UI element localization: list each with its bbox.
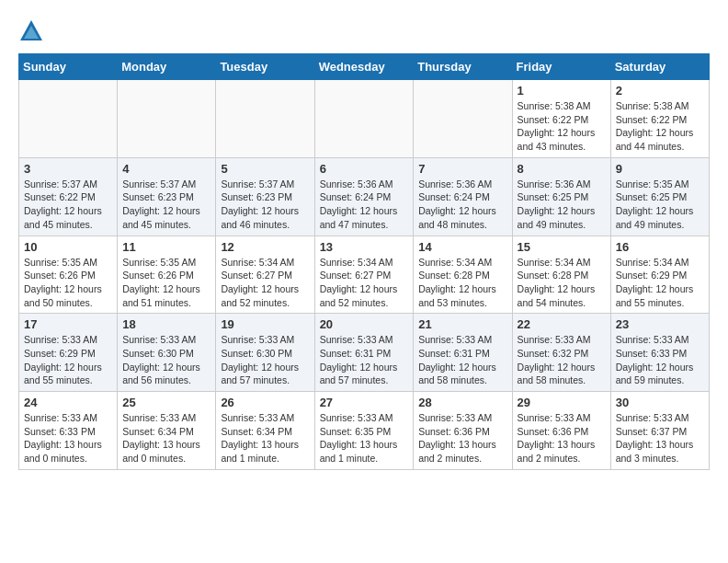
day-info: Sunrise: 5:35 AM Sunset: 6:26 PM Dayligh… [122, 256, 210, 310]
day-number: 3 [24, 162, 112, 176]
day-info: Sunrise: 5:34 AM Sunset: 6:27 PM Dayligh… [320, 256, 409, 310]
calendar-day: 17Sunrise: 5:33 AM Sunset: 6:29 PM Dayli… [19, 314, 118, 392]
calendar-week-1: 1Sunrise: 5:38 AM Sunset: 6:22 PM Daylig… [19, 80, 710, 158]
calendar-week-4: 17Sunrise: 5:33 AM Sunset: 6:29 PM Dayli… [19, 314, 710, 392]
day-number: 9 [616, 162, 704, 176]
day-number: 10 [24, 240, 112, 254]
calendar-day [216, 80, 314, 158]
calendar-day: 5Sunrise: 5:37 AM Sunset: 6:23 PM Daylig… [216, 157, 314, 236]
day-number: 25 [122, 396, 210, 409]
page-header [18, 18, 710, 44]
calendar-day [19, 80, 118, 158]
day-number: 26 [221, 396, 309, 409]
day-number: 18 [122, 317, 210, 331]
calendar-day: 10Sunrise: 5:35 AM Sunset: 6:26 PM Dayli… [19, 236, 118, 314]
calendar-table: SundayMondayTuesdayWednesdayThursdayFrid… [18, 53, 710, 470]
day-info: Sunrise: 5:34 AM Sunset: 6:28 PM Dayligh… [418, 256, 506, 310]
calendar-day: 24Sunrise: 5:33 AM Sunset: 6:33 PM Dayli… [19, 392, 118, 470]
day-info: Sunrise: 5:33 AM Sunset: 6:30 PM Dayligh… [221, 333, 309, 387]
day-number: 7 [418, 162, 506, 176]
calendar-day: 29Sunrise: 5:33 AM Sunset: 6:36 PM Dayli… [512, 392, 610, 470]
day-info: Sunrise: 5:36 AM Sunset: 6:24 PM Dayligh… [320, 178, 409, 232]
logo [18, 18, 48, 44]
day-number: 16 [616, 240, 704, 254]
calendar-day: 14Sunrise: 5:34 AM Sunset: 6:28 PM Dayli… [414, 236, 512, 314]
calendar-day: 28Sunrise: 5:33 AM Sunset: 6:36 PM Dayli… [414, 392, 512, 470]
day-info: Sunrise: 5:33 AM Sunset: 6:36 PM Dayligh… [418, 411, 506, 465]
day-info: Sunrise: 5:38 AM Sunset: 6:22 PM Dayligh… [616, 99, 704, 154]
calendar-day: 30Sunrise: 5:33 AM Sunset: 6:37 PM Dayli… [610, 392, 709, 470]
day-number: 8 [518, 162, 606, 176]
calendar-day: 7Sunrise: 5:36 AM Sunset: 6:24 PM Daylig… [414, 157, 512, 236]
day-info: Sunrise: 5:33 AM Sunset: 6:32 PM Dayligh… [518, 333, 606, 387]
calendar-day: 12Sunrise: 5:34 AM Sunset: 6:27 PM Dayli… [216, 236, 314, 314]
day-header-tuesday: Tuesday [216, 54, 314, 80]
day-number: 15 [518, 240, 606, 254]
day-number: 21 [418, 317, 506, 331]
calendar-day: 23Sunrise: 5:33 AM Sunset: 6:33 PM Dayli… [610, 314, 709, 392]
day-number: 22 [518, 317, 606, 331]
logo-icon [18, 18, 44, 44]
day-number: 11 [122, 240, 210, 254]
calendar-day: 27Sunrise: 5:33 AM Sunset: 6:35 PM Dayli… [314, 392, 414, 470]
calendar-day: 11Sunrise: 5:35 AM Sunset: 6:26 PM Dayli… [118, 236, 216, 314]
calendar-day: 16Sunrise: 5:34 AM Sunset: 6:29 PM Dayli… [610, 236, 709, 314]
day-number: 14 [418, 240, 506, 254]
calendar-day: 18Sunrise: 5:33 AM Sunset: 6:30 PM Dayli… [118, 314, 216, 392]
day-number: 28 [418, 396, 506, 409]
day-number: 12 [221, 240, 309, 254]
day-number: 29 [518, 396, 606, 409]
day-number: 2 [616, 84, 704, 98]
day-info: Sunrise: 5:33 AM Sunset: 6:37 PM Dayligh… [616, 411, 704, 465]
calendar-day: 19Sunrise: 5:33 AM Sunset: 6:30 PM Dayli… [216, 314, 314, 392]
day-number: 24 [24, 396, 112, 409]
day-number: 6 [320, 162, 409, 176]
day-info: Sunrise: 5:34 AM Sunset: 6:28 PM Dayligh… [518, 256, 606, 310]
day-info: Sunrise: 5:34 AM Sunset: 6:29 PM Dayligh… [616, 256, 704, 310]
day-info: Sunrise: 5:35 AM Sunset: 6:25 PM Dayligh… [616, 178, 704, 232]
day-header-thursday: Thursday [414, 54, 512, 80]
calendar-day: 21Sunrise: 5:33 AM Sunset: 6:31 PM Dayli… [414, 314, 512, 392]
day-number: 17 [24, 317, 112, 331]
calendar-week-2: 3Sunrise: 5:37 AM Sunset: 6:22 PM Daylig… [19, 157, 710, 236]
day-info: Sunrise: 5:33 AM Sunset: 6:35 PM Dayligh… [320, 411, 409, 465]
calendar-day: 25Sunrise: 5:33 AM Sunset: 6:34 PM Dayli… [118, 392, 216, 470]
calendar-week-3: 10Sunrise: 5:35 AM Sunset: 6:26 PM Dayli… [19, 236, 710, 314]
day-info: Sunrise: 5:37 AM Sunset: 6:22 PM Dayligh… [24, 178, 112, 232]
day-info: Sunrise: 5:36 AM Sunset: 6:25 PM Dayligh… [518, 178, 606, 232]
day-number: 19 [221, 317, 309, 331]
calendar-day: 15Sunrise: 5:34 AM Sunset: 6:28 PM Dayli… [512, 236, 610, 314]
day-header-monday: Monday [118, 54, 216, 80]
calendar-day: 13Sunrise: 5:34 AM Sunset: 6:27 PM Dayli… [314, 236, 414, 314]
calendar-header-row: SundayMondayTuesdayWednesdayThursdayFrid… [19, 54, 710, 80]
day-info: Sunrise: 5:36 AM Sunset: 6:24 PM Dayligh… [418, 178, 506, 232]
day-header-wednesday: Wednesday [314, 54, 414, 80]
day-number: 4 [122, 162, 210, 176]
day-header-friday: Friday [512, 54, 610, 80]
day-info: Sunrise: 5:33 AM Sunset: 6:34 PM Dayligh… [221, 411, 309, 465]
day-number: 27 [320, 396, 409, 409]
day-info: Sunrise: 5:33 AM Sunset: 6:29 PM Dayligh… [24, 333, 112, 387]
calendar-day [314, 80, 414, 158]
day-number: 23 [616, 317, 704, 331]
calendar-day [414, 80, 512, 158]
calendar-day: 2Sunrise: 5:38 AM Sunset: 6:22 PM Daylig… [610, 80, 709, 158]
calendar-day: 9Sunrise: 5:35 AM Sunset: 6:25 PM Daylig… [610, 157, 709, 236]
day-info: Sunrise: 5:33 AM Sunset: 6:31 PM Dayligh… [418, 333, 506, 387]
day-info: Sunrise: 5:33 AM Sunset: 6:30 PM Dayligh… [122, 333, 210, 387]
calendar-day: 20Sunrise: 5:33 AM Sunset: 6:31 PM Dayli… [314, 314, 414, 392]
calendar-day: 3Sunrise: 5:37 AM Sunset: 6:22 PM Daylig… [19, 157, 118, 236]
calendar-day: 26Sunrise: 5:33 AM Sunset: 6:34 PM Dayli… [216, 392, 314, 470]
day-number: 1 [518, 84, 606, 98]
day-number: 20 [320, 317, 409, 331]
day-header-sunday: Sunday [19, 54, 118, 80]
day-info: Sunrise: 5:33 AM Sunset: 6:34 PM Dayligh… [122, 411, 210, 465]
calendar-day [118, 80, 216, 158]
day-info: Sunrise: 5:34 AM Sunset: 6:27 PM Dayligh… [221, 256, 309, 310]
calendar-day: 1Sunrise: 5:38 AM Sunset: 6:22 PM Daylig… [512, 80, 610, 158]
day-info: Sunrise: 5:37 AM Sunset: 6:23 PM Dayligh… [122, 178, 210, 232]
calendar-day: 22Sunrise: 5:33 AM Sunset: 6:32 PM Dayli… [512, 314, 610, 392]
day-header-saturday: Saturday [610, 54, 709, 80]
day-info: Sunrise: 5:37 AM Sunset: 6:23 PM Dayligh… [221, 178, 309, 232]
calendar-week-5: 24Sunrise: 5:33 AM Sunset: 6:33 PM Dayli… [19, 392, 710, 470]
